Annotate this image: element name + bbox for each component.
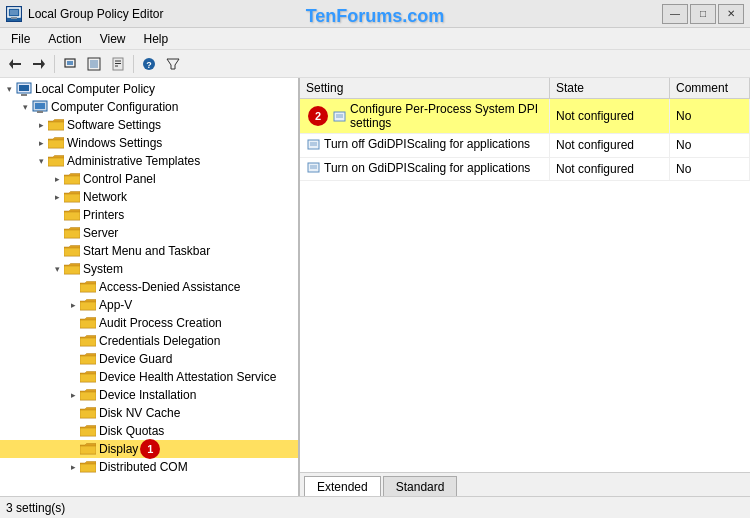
tree-expander[interactable]	[66, 352, 80, 366]
back-button[interactable]	[4, 53, 26, 75]
main-content: ▾Local Computer Policy▾Computer Configur…	[0, 78, 750, 496]
tree-item-device-health[interactable]: Device Health Attestation Service	[0, 368, 298, 386]
tree-item-admin-templates[interactable]: ▾Administrative Templates	[0, 152, 298, 170]
table-row[interactable]: Turn on GdiDPIScaling for applicationsNo…	[300, 157, 750, 181]
tree-item-windows-settings[interactable]: ▸Windows Settings	[0, 134, 298, 152]
tree-label: Server	[83, 226, 118, 240]
tree-expander[interactable]	[66, 334, 80, 348]
tree-item-device-install[interactable]: ▸Device Installation	[0, 386, 298, 404]
show-button[interactable]	[83, 53, 105, 75]
forward-button[interactable]	[28, 53, 50, 75]
tree-label: App-V	[99, 298, 132, 312]
folder-icon	[64, 262, 80, 276]
help-button[interactable]: ?	[138, 53, 160, 75]
tree-item-app-v[interactable]: ▸App-V	[0, 296, 298, 314]
tree-expander[interactable]: ▾	[34, 154, 48, 168]
tree-expander[interactable]	[66, 424, 80, 438]
state-cell: Not configured	[550, 134, 670, 158]
status-text: 3 setting(s)	[6, 501, 65, 515]
tree-item-distributed-com[interactable]: ▸Distributed COM	[0, 458, 298, 476]
menu-file[interactable]: File	[4, 29, 37, 49]
tree-expander[interactable]	[66, 370, 80, 384]
tree-item-access-denied[interactable]: Access-Denied Assistance	[0, 278, 298, 296]
tree-item-start-menu[interactable]: Start Menu and Taskbar	[0, 242, 298, 260]
folder-icon	[48, 136, 64, 150]
folder-icon	[64, 208, 80, 222]
settings-table: Setting State Comment 2Configure Per-Pro…	[300, 78, 750, 472]
toolbar: ?	[0, 50, 750, 78]
folder-icon	[64, 190, 80, 204]
tree-item-network[interactable]: ▸Network	[0, 188, 298, 206]
window-title: Local Group Policy Editor	[28, 7, 163, 21]
tree-item-audit-process[interactable]: Audit Process Creation	[0, 314, 298, 332]
tree-item-comp-config[interactable]: ▾Computer Configuration	[0, 98, 298, 116]
tree-item-printers[interactable]: Printers	[0, 206, 298, 224]
filter-button[interactable]	[162, 53, 184, 75]
properties-button[interactable]	[107, 53, 129, 75]
tree-label: Distributed COM	[99, 460, 188, 474]
col-setting[interactable]: Setting	[300, 78, 550, 99]
folder-icon	[80, 370, 96, 384]
tree-expander[interactable]: ▸	[34, 136, 48, 150]
tree-label: Computer Configuration	[51, 100, 178, 114]
tree-expander[interactable]: ▸	[66, 298, 80, 312]
up-button[interactable]	[59, 53, 81, 75]
menu-action[interactable]: Action	[41, 29, 88, 49]
svg-rect-17	[19, 85, 29, 91]
tree-item-software-settings[interactable]: ▸Software Settings	[0, 116, 298, 134]
tree-pane: ▾Local Computer Policy▾Computer Configur…	[0, 78, 300, 496]
tree-item-server[interactable]: Server	[0, 224, 298, 242]
tree-expander[interactable]: ▸	[66, 460, 80, 474]
tree-expander[interactable]: ▸	[50, 190, 64, 204]
tree-label: Local Computer Policy	[35, 82, 155, 96]
table-row[interactable]: 2Configure Per-Process System DPI settin…	[300, 99, 750, 134]
tree-expander[interactable]	[50, 208, 64, 222]
tree-expander[interactable]	[50, 244, 64, 258]
tree-item-credentials[interactable]: Credentials Delegation	[0, 332, 298, 350]
comment-cell: No	[670, 134, 750, 158]
svg-rect-6	[67, 61, 73, 65]
tree-item-system[interactable]: ▾System	[0, 260, 298, 278]
tree-expander[interactable]: ▾	[50, 262, 64, 276]
minimize-button[interactable]: —	[662, 4, 688, 24]
tree-item-control-panel[interactable]: ▸Control Panel	[0, 170, 298, 188]
tree-label: Administrative Templates	[67, 154, 200, 168]
watermark: TenForums.com	[306, 6, 445, 27]
tree-expander[interactable]: ▸	[34, 118, 48, 132]
table-row[interactable]: Turn off GdiDPIScaling for applicationsN…	[300, 134, 750, 158]
tree-expander[interactable]: ▸	[50, 172, 64, 186]
menu-view[interactable]: View	[93, 29, 133, 49]
state-cell: Not configured	[550, 99, 670, 134]
tree-expander[interactable]: ▾	[18, 100, 32, 114]
tree-item-disk-quotas[interactable]: Disk Quotas	[0, 422, 298, 440]
setting-name: Configure Per-Process System DPI setting…	[350, 102, 543, 130]
tree-expander[interactable]	[50, 226, 64, 240]
menu-help[interactable]: Help	[137, 29, 176, 49]
row-badge: 2	[308, 106, 328, 126]
tree-label: Disk NV Cache	[99, 406, 180, 420]
maximize-button[interactable]: □	[690, 4, 716, 24]
tree-expander[interactable]	[66, 406, 80, 420]
svg-marker-4	[33, 59, 45, 69]
tree-item-disk-nv-cache[interactable]: Disk NV Cache	[0, 404, 298, 422]
folder-icon	[80, 442, 96, 456]
tab-extended[interactable]: Extended	[304, 476, 381, 496]
col-comment[interactable]: Comment	[670, 78, 750, 99]
tree-item-display[interactable]: Display1	[0, 440, 298, 458]
close-button[interactable]: ✕	[718, 4, 744, 24]
toolbar-separator-2	[133, 55, 134, 73]
setting-cell: 2Configure Per-Process System DPI settin…	[300, 99, 550, 134]
tree-expander[interactable]: ▾	[2, 82, 16, 96]
folder-icon	[80, 316, 96, 330]
tree-item-device-guard[interactable]: Device Guard	[0, 350, 298, 368]
tree-expander[interactable]	[66, 280, 80, 294]
tab-standard[interactable]: Standard	[383, 476, 458, 496]
svg-rect-2	[11, 17, 17, 19]
tree-expander[interactable]: ▸	[66, 388, 80, 402]
tree-expander[interactable]	[66, 316, 80, 330]
tree-item-root[interactable]: ▾Local Computer Policy	[0, 80, 298, 98]
title-bar: Local Group Policy Editor — □ ✕ TenForum…	[0, 0, 750, 28]
col-state[interactable]: State	[550, 78, 670, 99]
svg-rect-18	[21, 94, 27, 96]
tree-expander[interactable]	[66, 442, 80, 456]
